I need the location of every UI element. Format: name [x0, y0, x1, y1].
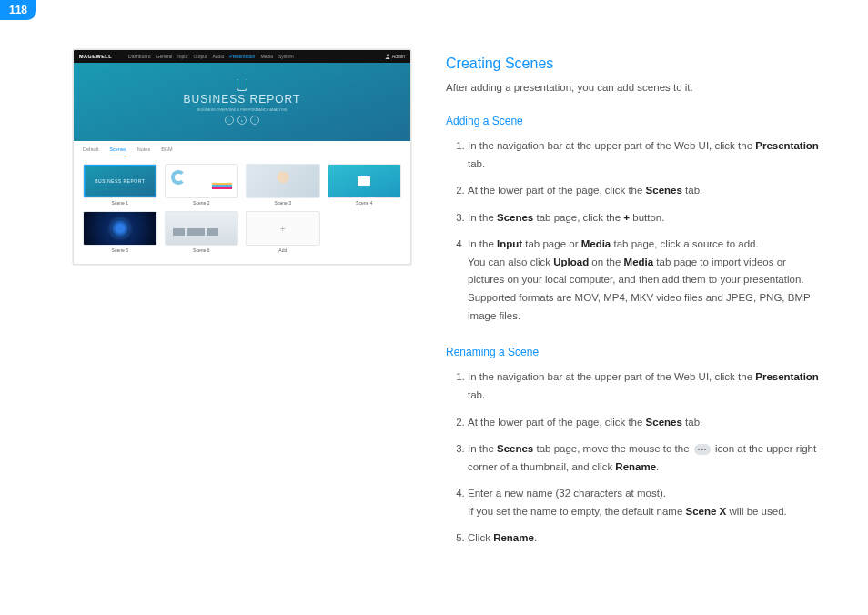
embedded-screenshot: MAGEWELL Dashboard General Input Output …	[73, 49, 411, 566]
hero-play-icon[interactable]: ▸	[237, 116, 247, 125]
list-renaming-scene: In the navigation bar at the upper part …	[446, 368, 821, 547]
t: tab.	[468, 158, 485, 169]
t: At the lower part of the page, click the	[468, 185, 646, 196]
hero-prev-icon[interactable]: ‹	[225, 116, 234, 125]
t: button.	[630, 212, 664, 223]
scene-tile-empty	[328, 211, 402, 253]
t: Enter a new name (32 characters at most)…	[468, 488, 666, 499]
scene-thumb-3	[246, 164, 320, 198]
page-number-badge: 118	[0, 0, 36, 20]
nav-dashboard[interactable]: Dashboard	[128, 54, 150, 59]
app-nav: Dashboard General Input Output Audio Pre…	[128, 54, 294, 59]
svg-point-0	[387, 55, 389, 56]
nav-media[interactable]: Media	[260, 54, 273, 59]
scene-label-4: Scene 4	[328, 200, 402, 206]
t: In the navigation bar at the upper part …	[468, 140, 755, 151]
ren-step-1: In the navigation bar at the upper part …	[468, 368, 821, 404]
lower-tabs: Default Scenes Notes BGM	[74, 141, 410, 156]
bold-presentation: Presentation	[755, 140, 819, 151]
scene-thumb-5	[83, 211, 157, 246]
t: .	[534, 532, 537, 543]
t: tab page, click a source to add.	[611, 238, 758, 249]
t: In the	[468, 212, 497, 223]
ren-step-5: Click Rename.	[468, 529, 821, 548]
doc-column: Creating Scenes After adding a presentat…	[446, 49, 821, 566]
hero-title: BUSINESS REPORT	[184, 93, 301, 106]
bold-upload: Upload	[553, 257, 589, 267]
bold-rename: Rename	[493, 532, 534, 543]
t: tab.	[682, 417, 702, 428]
add-step-1: In the navigation bar at the upper part …	[468, 137, 821, 173]
scene-label-5: Scene 5	[83, 247, 157, 253]
nav-presentation[interactable]: Presentation	[229, 54, 255, 59]
t: on the	[589, 257, 623, 267]
nav-general[interactable]: General	[156, 54, 173, 59]
scene-grid: BUSINESS REPORT Scene 1 Scene 2 Scene 3 …	[74, 156, 410, 264]
scene-tile-1[interactable]: BUSINESS REPORT Scene 1	[83, 164, 157, 206]
scene-label-6: Scene 6	[165, 247, 239, 253]
tab-default[interactable]: Default	[83, 146, 98, 156]
intro-text: After adding a presentation, you can add…	[446, 79, 821, 97]
t: tab page, click the	[533, 212, 623, 223]
nav-system[interactable]: System	[278, 54, 294, 59]
t: will be used.	[726, 506, 786, 517]
page-title: Creating Scenes	[446, 51, 821, 76]
bold-scenes: Scenes	[646, 417, 682, 428]
t: tab.	[468, 389, 485, 400]
bold-presentation: Presentation	[755, 371, 819, 382]
bold-scene-x: Scene X	[686, 506, 727, 517]
scene-tile-3[interactable]: Scene 3	[246, 164, 320, 206]
tab-notes[interactable]: Notes	[137, 146, 150, 156]
scene-tile-4[interactable]: Scene 4	[328, 164, 402, 206]
t: At the lower part of the page, click the	[468, 417, 646, 428]
app-topbar: MAGEWELL Dashboard General Input Output …	[74, 50, 410, 63]
list-adding-scene: In the navigation bar at the upper part …	[446, 137, 821, 325]
scene-label-3: Scene 3	[246, 200, 320, 206]
ren-step-4: Enter a new name (32 characters at most)…	[468, 485, 821, 520]
tab-scenes[interactable]: Scenes	[109, 146, 126, 156]
shield-icon	[237, 79, 247, 91]
scene-label-1: Scene 1	[83, 200, 157, 206]
nav-output[interactable]: Output	[193, 54, 207, 59]
ren-step-3: In the Scenes tab page, move the mouse t…	[468, 440, 821, 476]
heading-adding-scene: Adding a Scene	[446, 112, 821, 130]
bold-scenes: Scenes	[497, 443, 533, 454]
add-step-2: At the lower part of the page, click the…	[468, 182, 821, 200]
add-scene-button[interactable]: +	[246, 211, 320, 246]
scene-thumb-4	[328, 164, 402, 198]
t: In the	[468, 238, 497, 249]
t: tab page, move the mouse to the	[533, 443, 692, 454]
app-user[interactable]: Admin	[385, 54, 405, 59]
app-logo: MAGEWELL	[79, 54, 112, 59]
user-icon	[385, 54, 390, 59]
app-user-name: Admin	[392, 54, 405, 59]
bold-media: Media	[624, 257, 654, 267]
t: In the	[468, 443, 497, 454]
scene-thumb-2	[165, 164, 239, 198]
t: tab.	[682, 185, 702, 196]
heading-renaming-scene: Renaming a Scene	[446, 343, 821, 361]
scene-tile-6[interactable]: Scene 6	[165, 211, 239, 253]
scene-thumb-6	[165, 211, 239, 246]
bold-input: Input	[497, 238, 522, 249]
t: In the navigation bar at the upper part …	[468, 371, 755, 382]
scene-tile-2[interactable]: Scene 2	[165, 164, 239, 206]
page-body: MAGEWELL Dashboard General Input Output …	[0, 0, 868, 566]
t: Click	[468, 532, 493, 543]
bold-media: Media	[581, 238, 611, 249]
scene-tile-add[interactable]: + Add	[246, 211, 320, 253]
nav-input[interactable]: Input	[177, 54, 187, 59]
scene-label-2: Scene 2	[165, 200, 239, 206]
hero-controls: ‹ ▸ ›	[225, 116, 259, 125]
tab-bgm[interactable]: BGM	[161, 146, 173, 156]
more-icon	[694, 444, 711, 455]
scene-tile-5[interactable]: Scene 5	[83, 211, 157, 253]
scene-label-add: Add	[246, 247, 320, 253]
app-window: MAGEWELL Dashboard General Input Output …	[73, 49, 411, 265]
t: You can also click	[468, 257, 553, 267]
t: If you set the name to empty, the defaul…	[468, 506, 686, 517]
nav-audio[interactable]: Audio	[213, 54, 225, 59]
hero-subtitle: BUSINESS OVERVIEW & PERFORMANCE ANALYSIS	[197, 107, 288, 112]
ren-step-2: At the lower part of the page, click the…	[468, 414, 821, 432]
hero-next-icon[interactable]: ›	[250, 116, 259, 125]
